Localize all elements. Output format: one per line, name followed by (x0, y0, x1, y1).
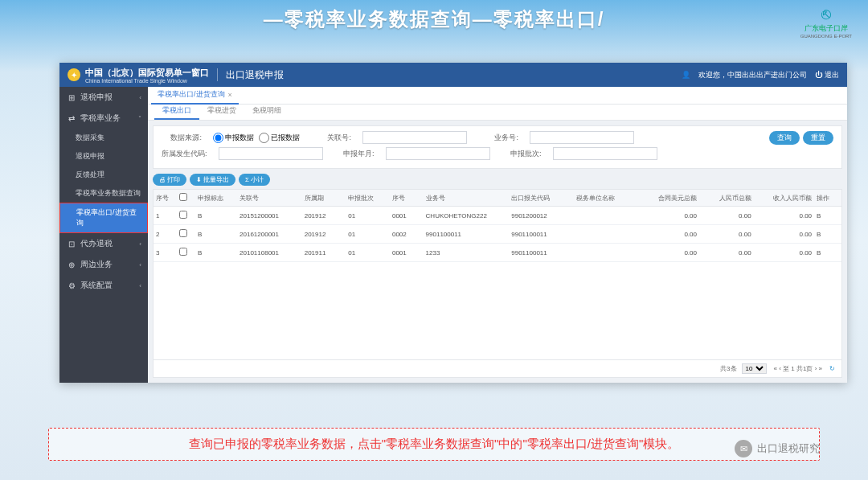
header-brand-en: China International Trade Single Window (85, 78, 209, 84)
th: 关联号 (237, 190, 302, 207)
pagination: 共3条 10 « ‹ 至 1 共1页 › » ↻ (153, 360, 842, 378)
sub-zero-export-query[interactable]: 零税率出口/进货查询 (59, 203, 148, 233)
radio-declared[interactable] (213, 133, 223, 143)
search-button[interactable]: 查询 (769, 131, 800, 145)
nav-icon: ⊞ (66, 93, 77, 102)
table-cell: 0.00 (754, 244, 814, 262)
table-cell: 20161200001 (237, 225, 302, 244)
th: 人民币总额 (699, 190, 754, 207)
table-cell: 0.00 (639, 225, 699, 244)
inner-tab-detail[interactable]: 免税明细 (244, 103, 289, 120)
gd-brand-en: GUANGDONG E-PORT (800, 34, 852, 39)
th: 所属期 (302, 190, 346, 207)
input-company[interactable] (386, 147, 490, 160)
table-cell: 0.00 (639, 244, 699, 262)
table-row[interactable]: 3B20101108001201911010001123399011000110… (154, 244, 841, 262)
table-cell: 0001 (390, 207, 424, 225)
tab-bar: 零税率出口/进货查询 × (148, 87, 847, 105)
label-period: 所属发生代码: (162, 149, 207, 159)
nav-icon: ⇄ (66, 114, 77, 123)
reset-button[interactable]: 重置 (803, 131, 833, 145)
refresh-icon[interactable]: ↻ (829, 365, 835, 372)
tab-label: 零税率出口/进货查询 (158, 89, 225, 100)
table-cell: 20101108001 (237, 244, 302, 262)
app-header: ✦ 中国（北京）国际贸易单一窗口 China International Tra… (59, 63, 847, 87)
header-logo-icon: ✦ (68, 68, 80, 81)
th-checkbox (177, 190, 195, 207)
sidebar: ⊞ 退税申报 ‹ ⇄ 零税率业务 ˅ 数据采集 退税申报 反馈处理 零税率业务数… (59, 87, 148, 383)
table-cell: 0.00 (699, 244, 754, 262)
table-row[interactable]: 2B20161200001201912010002990110001199011… (154, 225, 841, 244)
table-cell: 201912 (302, 225, 346, 244)
table-cell: 01 (346, 225, 390, 244)
chevron-left-icon: ‹ (139, 240, 141, 248)
header-module: 出口退税申报 (226, 68, 284, 82)
row-checkbox[interactable] (179, 211, 187, 219)
nav-peripheral[interactable]: ⊕ 周边业务 ‹ (59, 254, 148, 275)
page-size-select[interactable]: 10 (742, 363, 767, 374)
table-cell: 0002 (390, 225, 424, 244)
table-cell: B (195, 244, 237, 262)
chevron-left-icon: ‹ (139, 94, 141, 101)
th: 出口报关代码 (509, 190, 574, 207)
select-all-checkbox[interactable] (179, 193, 187, 201)
table-cell: 3 (154, 244, 177, 262)
row-checkbox[interactable] (179, 248, 187, 256)
nav-label: 代办退税 (80, 238, 139, 249)
table-cell (574, 225, 639, 244)
pagination-nav[interactable]: « ‹ 至 1 共1页 › » (772, 364, 825, 373)
th: 序号 (390, 190, 424, 207)
chevron-left-icon: ‹ (139, 261, 141, 269)
table-cell (574, 207, 639, 225)
sub-refund-declare[interactable]: 退税申报 (59, 147, 148, 166)
table-cell (574, 244, 639, 262)
nav-label: 系统配置 (80, 280, 139, 291)
input-status[interactable] (553, 147, 657, 160)
inner-tab-import[interactable]: 零税进货 (199, 103, 244, 120)
table-cell: 0.00 (754, 225, 814, 244)
table-cell: 9901100011 (424, 225, 510, 244)
th: 业务号 (424, 190, 510, 207)
row-checkbox[interactable] (179, 229, 187, 237)
th-index: 序号 (154, 190, 177, 207)
table-cell: 1 (154, 207, 177, 225)
input-kind[interactable] (362, 131, 467, 144)
instruction-note: 查询已申报的零税率业务数据，点击"零税率业务数据查询"中的"零税率出口/进货查询… (48, 428, 820, 461)
nav-system[interactable]: ⚙ 系统配置 ‹ (59, 275, 148, 296)
label-seq: 业务号: (478, 133, 518, 143)
gd-eport-logo: ⎋ 广东电子口岸 GUANGDONG E-PORT (800, 5, 852, 39)
input-period[interactable] (219, 147, 323, 160)
print-button[interactable]: 🖨 打印 (153, 174, 186, 186)
nav-icon: ⊡ (66, 240, 77, 248)
radio-undeclared[interactable] (259, 133, 269, 143)
th: 操作 (814, 190, 841, 207)
nav-tax-refund[interactable]: ⊞ 退税申报 ‹ (59, 87, 148, 108)
nav-agency[interactable]: ⊡ 代办退税 ‹ (59, 233, 148, 254)
chevron-down-icon: ˅ (138, 115, 141, 122)
radio-label: 已报数据 (271, 133, 300, 143)
table-cell: 0001 (390, 244, 424, 262)
subtotal-button[interactable]: Σ 小计 (239, 174, 270, 186)
export-button[interactable]: ⬇ 批量导出 (190, 174, 235, 186)
table-header-row: 序号 申报标志 关联号 所属期 申报批次 序号 业务号 出口报关代码 税务单位名… (154, 190, 841, 207)
gear-icon: ⚙ (66, 281, 77, 290)
tab-close-icon[interactable]: × (228, 91, 232, 99)
sub-data-collect[interactable]: 数据采集 (59, 129, 148, 147)
wechat-name: 出口退税研究 (757, 441, 820, 456)
table-cell: 9901200012 (509, 207, 574, 225)
sub-feedback[interactable]: 反馈处理 (59, 166, 148, 184)
label-source: 数据来源: (162, 133, 202, 143)
input-seq[interactable] (530, 131, 634, 144)
inner-tab-export[interactable]: 零税出口 (154, 103, 199, 120)
nav-zero-rate[interactable]: ⇄ 零税率业务 ˅ (59, 108, 148, 129)
logout-link[interactable]: ⏻ 退出 (815, 70, 839, 80)
action-bar: 🖨 打印 ⬇ 批量导出 Σ 小计 (153, 174, 842, 186)
th: 申报批次 (346, 190, 390, 207)
wechat-watermark: ✉ 出口退税研究 (735, 440, 820, 457)
nav-label: 周边业务 (80, 259, 139, 270)
table-cell: CHUKOHETONG222 (424, 207, 510, 225)
tab-zero-export-query[interactable]: 零税率出口/进货查询 × (151, 86, 239, 105)
table-row[interactable]: 1B20151200001201912010001CHUKOHETONG2229… (154, 207, 841, 225)
th: 合同美元总额 (639, 190, 699, 207)
sub-zero-data-query[interactable]: 零税率业务数据查询 (59, 184, 148, 203)
